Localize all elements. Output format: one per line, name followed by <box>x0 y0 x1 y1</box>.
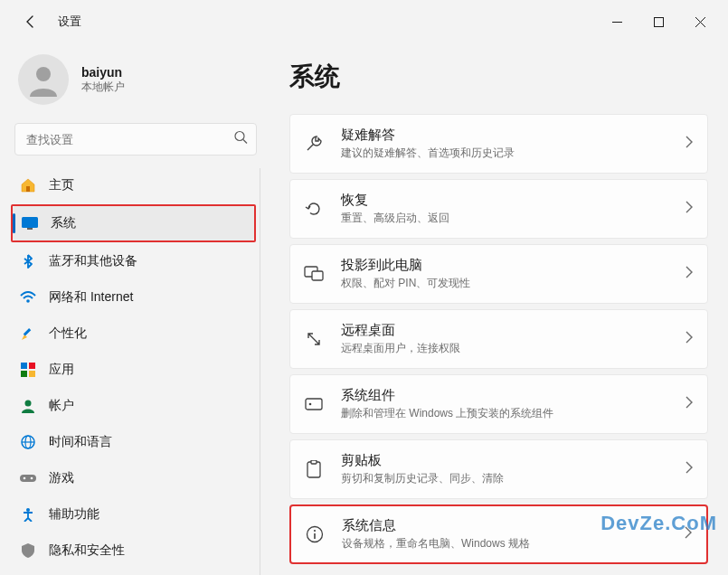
apps-icon <box>20 362 36 378</box>
svg-point-25 <box>309 403 312 406</box>
svg-point-19 <box>24 477 26 480</box>
paintbrush-icon <box>20 325 36 342</box>
svg-point-8 <box>26 299 30 303</box>
components-icon <box>303 393 325 415</box>
chevron-right-icon <box>685 266 693 282</box>
card-title: 疑难解答 <box>341 127 685 144</box>
card-subtitle: 权限、配对 PIN、可发现性 <box>341 276 685 291</box>
card-subtitle: 剪切和复制历史记录、同步、清除 <box>341 471 685 486</box>
card-subtitle: 删除和管理在 Windows 上预安装的系统组件 <box>341 406 685 421</box>
svg-point-20 <box>31 477 33 480</box>
svg-point-2 <box>36 67 51 81</box>
network-icon <box>20 289 36 306</box>
project-icon <box>303 263 325 285</box>
user-subtitle: 本地帐户 <box>81 80 125 95</box>
card-recovery[interactable]: 恢复 重置、高级启动、返回 <box>289 179 708 239</box>
sidebar-item-apps[interactable]: 应用 <box>11 353 256 387</box>
svg-rect-5 <box>26 186 30 192</box>
card-subtitle: 重置、高级启动、返回 <box>341 211 685 226</box>
card-system-info[interactable]: 系统信息 设备规格，重命名电脑、Windows 规格 <box>289 504 708 564</box>
search-input[interactable] <box>14 123 257 156</box>
sidebar-item-label: 辅助功能 <box>49 506 99 523</box>
card-project[interactable]: 投影到此电脑 权限、配对 PIN、可发现性 <box>289 244 708 304</box>
recovery-icon <box>303 198 325 220</box>
svg-line-4 <box>243 140 247 144</box>
svg-rect-7 <box>27 228 33 230</box>
sidebar-item-home[interactable]: 主页 <box>11 168 256 203</box>
card-system-components[interactable]: 系统组件 删除和管理在 Windows 上预安装的系统组件 <box>289 374 708 434</box>
close-button[interactable] <box>679 7 721 36</box>
svg-rect-11 <box>29 363 35 369</box>
close-icon <box>695 17 705 27</box>
svg-rect-9 <box>24 328 31 335</box>
avatar <box>18 54 69 105</box>
maximize-icon <box>654 17 664 27</box>
user-profile[interactable]: baiyun 本地帐户 <box>11 54 260 119</box>
maximize-button[interactable] <box>638 7 679 36</box>
home-icon <box>20 177 36 193</box>
card-title: 系统组件 <box>341 387 685 404</box>
svg-rect-18 <box>20 475 36 482</box>
sidebar-item-personalization[interactable]: 个性化 <box>11 316 256 351</box>
main-content: 系统 疑难解答 建议的疑难解答、首选项和历史记录 恢复 重置、高级启动、返回 <box>271 43 728 575</box>
sidebar-item-label: 个性化 <box>49 325 87 342</box>
system-icon <box>22 215 38 231</box>
page-title: 系统 <box>289 60 708 94</box>
minimize-icon <box>612 17 622 27</box>
sidebar-item-label: 游戏 <box>49 470 74 486</box>
user-name: baiyun <box>81 65 125 80</box>
sidebar-item-accounts[interactable]: 帐户 <box>11 389 256 423</box>
svg-rect-6 <box>22 217 38 228</box>
chevron-right-icon <box>685 136 693 152</box>
back-button[interactable] <box>14 5 47 38</box>
chevron-right-icon <box>685 331 693 347</box>
chevron-right-icon <box>685 201 693 217</box>
card-title: 剪贴板 <box>341 452 685 469</box>
titlebar: 设置 <box>0 0 728 43</box>
sidebar-item-gaming[interactable]: 游戏 <box>11 461 256 495</box>
person-icon <box>20 398 36 414</box>
sidebar-item-time-language[interactable]: 时间和语言 <box>11 425 256 459</box>
card-title: 投影到此电脑 <box>341 257 685 274</box>
svg-point-14 <box>25 401 32 407</box>
remote-desktop-icon <box>303 328 325 350</box>
svg-rect-12 <box>21 371 27 377</box>
svg-point-3 <box>235 132 244 141</box>
nav-list: 主页 系统 蓝牙和其他设备 网络和 Internet 个性化 <box>11 168 260 575</box>
sidebar-item-label: 帐户 <box>49 398 74 414</box>
chevron-right-icon <box>685 526 692 542</box>
minimize-button[interactable] <box>596 7 638 36</box>
sidebar-item-system[interactable]: 系统 <box>13 206 254 240</box>
card-remote-desktop[interactable]: 远程桌面 远程桌面用户，连接权限 <box>289 309 708 369</box>
card-title: 系统信息 <box>342 517 685 534</box>
shield-icon <box>20 542 36 559</box>
sidebar-item-label: 应用 <box>49 362 74 378</box>
card-subtitle: 设备规格，重命名电脑、Windows 规格 <box>342 536 685 551</box>
sidebar-item-accessibility[interactable]: 辅助功能 <box>11 497 256 532</box>
sidebar-item-label: 隐私和安全性 <box>49 542 125 559</box>
sidebar-item-network[interactable]: 网络和 Internet <box>11 280 256 315</box>
svg-rect-27 <box>311 460 317 464</box>
svg-rect-23 <box>312 271 323 280</box>
search-box <box>14 123 257 156</box>
sidebar-item-label: 系统 <box>51 215 76 231</box>
svg-point-21 <box>26 508 30 512</box>
window-controls <box>596 7 721 36</box>
sidebar-item-privacy[interactable]: 隐私和安全性 <box>11 533 256 568</box>
clipboard-icon <box>303 458 325 480</box>
globe-icon <box>20 434 36 450</box>
sidebar-item-label: 网络和 Internet <box>49 289 133 306</box>
bluetooth-icon <box>20 253 36 269</box>
search-icon <box>234 131 248 148</box>
card-subtitle: 远程桌面用户，连接权限 <box>341 341 685 356</box>
gamepad-icon <box>20 470 36 486</box>
chevron-right-icon <box>685 461 693 477</box>
sidebar: baiyun 本地帐户 主页 系统 蓝牙和其他 <box>0 43 271 575</box>
sidebar-item-bluetooth[interactable]: 蓝牙和其他设备 <box>11 244 256 278</box>
info-icon <box>304 523 326 545</box>
svg-rect-1 <box>654 17 663 26</box>
window-title: 设置 <box>58 14 81 30</box>
card-troubleshoot[interactable]: 疑难解答 建议的疑难解答、首选项和历史记录 <box>289 114 708 174</box>
card-clipboard[interactable]: 剪贴板 剪切和复制历史记录、同步、清除 <box>289 439 708 499</box>
back-arrow-icon <box>24 14 38 29</box>
